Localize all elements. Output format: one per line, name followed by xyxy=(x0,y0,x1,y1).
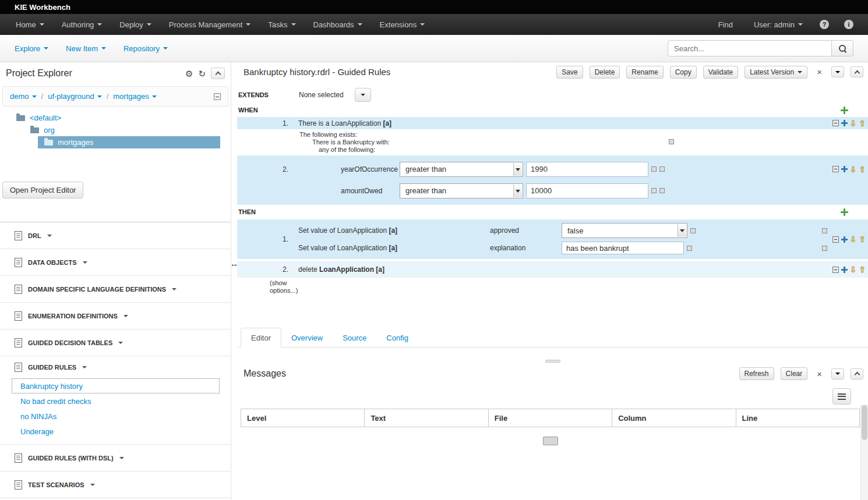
add-field-button[interactable] xyxy=(669,139,674,144)
mini-edit-button[interactable] xyxy=(659,166,665,172)
panel-menu-button[interactable] xyxy=(831,66,844,77)
tree-item-default[interactable]: <default> xyxy=(0,112,231,124)
add-condition-icon[interactable] xyxy=(841,107,848,114)
move-down-icon[interactable]: ⇩ xyxy=(850,119,857,127)
rename-button[interactable]: Rename xyxy=(626,66,663,79)
menu-new-item[interactable]: New Item xyxy=(66,44,106,53)
add-row-icon[interactable] xyxy=(841,267,848,273)
gear-icon[interactable]: ⚙ xyxy=(185,69,193,78)
section-data-objects[interactable]: DATA OBJECTS xyxy=(0,249,231,275)
nav-extensions[interactable]: Extensions xyxy=(371,14,434,35)
add-row-icon[interactable] xyxy=(841,120,848,126)
list-view-button[interactable] xyxy=(832,388,851,405)
move-up-icon[interactable]: ⇧ xyxy=(859,165,866,173)
version-dropdown-button[interactable]: Latest Version xyxy=(744,66,807,79)
tab-overview[interactable]: Overview xyxy=(281,328,333,347)
panel-splitter[interactable]: ↔ xyxy=(231,62,237,500)
refresh-button[interactable]: Refresh xyxy=(739,367,774,380)
section-test-scenarios[interactable]: TEST SCENARIOS xyxy=(0,471,231,498)
value-input-amountowed[interactable] xyxy=(526,183,648,198)
save-button[interactable]: Save xyxy=(556,66,583,79)
clear-button[interactable]: Clear xyxy=(781,367,808,380)
copy-button[interactable]: Copy xyxy=(670,66,697,79)
field-label-amountowed[interactable]: amountOwed xyxy=(298,187,400,195)
move-up-icon[interactable]: ⇧ xyxy=(859,265,866,274)
nav-deploy[interactable]: Deploy xyxy=(111,14,160,35)
search-button[interactable] xyxy=(832,40,853,56)
scrollbar-thumb[interactable] xyxy=(862,405,867,440)
collapse-tree-icon[interactable] xyxy=(214,93,221,100)
messages-scrollbar[interactable] xyxy=(860,405,868,500)
nav-dashboards[interactable]: Dashboards xyxy=(305,14,371,35)
nav-tasks[interactable]: Tasks xyxy=(259,14,304,35)
operator-select-yearofoccurrence[interactable]: greater than xyxy=(400,162,523,177)
operator-select-amountowed[interactable]: greater than xyxy=(400,183,523,198)
breadcrumb-repo[interactable]: demo xyxy=(10,92,37,101)
section-dsl-definitions[interactable]: DOMAIN SPECIFIC LANGUAGE DEFINITIONS xyxy=(0,276,231,302)
help-icon[interactable]: ? xyxy=(820,20,829,29)
mini-edit-button[interactable] xyxy=(690,228,696,233)
mini-edit-button[interactable] xyxy=(687,246,692,251)
add-row-icon[interactable] xyxy=(841,236,848,243)
mini-edit-button[interactable] xyxy=(659,188,665,193)
collapse-panel-button[interactable] xyxy=(211,68,225,79)
nav-home[interactable]: Home xyxy=(7,14,53,35)
menu-repository[interactable]: Repository xyxy=(124,44,168,53)
tab-source[interactable]: Source xyxy=(333,328,376,347)
section-guided-decision-tables[interactable]: GUIDED DECISION TABLES xyxy=(0,329,231,356)
mini-edit-button[interactable] xyxy=(651,166,657,172)
list-item-underage[interactable]: Underage xyxy=(12,424,220,439)
list-item-bankruptcy-history[interactable]: Bankruptcy history xyxy=(12,378,220,393)
nav-process-management[interactable]: Process Management xyxy=(160,14,259,35)
remove-row-icon[interactable] xyxy=(832,267,839,273)
tree-item-org[interactable]: org xyxy=(0,124,231,136)
refresh-icon[interactable]: ↻ xyxy=(198,69,206,78)
move-down-icon[interactable]: ⇩ xyxy=(850,165,857,173)
close-icon[interactable]: × xyxy=(814,370,825,378)
section-guided-rules[interactable]: GUIDED RULES xyxy=(0,356,231,378)
collapse-editor-button[interactable] xyxy=(851,66,863,77)
breadcrumb-branch[interactable]: uf-playground xyxy=(48,92,102,101)
panel-menu-button[interactable] xyxy=(831,368,844,380)
list-item-no-ninjas[interactable]: no NINJAs xyxy=(12,409,220,424)
search-input[interactable] xyxy=(668,40,832,56)
add-row-icon[interactable] xyxy=(841,166,848,172)
move-down-icon[interactable]: ⇩ xyxy=(850,265,857,274)
tree-item-mortgages[interactable]: mortgages xyxy=(38,136,220,148)
close-icon[interactable]: × xyxy=(814,68,825,76)
move-up-icon[interactable]: ⇧ xyxy=(859,235,866,243)
tab-config[interactable]: Config xyxy=(376,328,418,347)
remove-row-icon[interactable] xyxy=(832,120,839,126)
remove-row-icon[interactable] xyxy=(832,166,839,172)
action-delete-loanapplication[interactable]: delete LoanApplication [a] xyxy=(298,265,384,274)
mini-edit-button[interactable] xyxy=(822,228,827,233)
action-text[interactable]: Set value of LoanApplication [a] xyxy=(298,226,490,235)
list-item-no-bad-credit-checks[interactable]: No bad credit checks xyxy=(12,393,220,409)
mini-edit-button[interactable] xyxy=(651,188,657,193)
add-action-icon[interactable] xyxy=(841,208,848,216)
pattern-loanapplication[interactable]: There is a LoanApplication [a] xyxy=(298,119,391,127)
remove-row-icon[interactable] xyxy=(832,236,839,243)
pager-handle-button[interactable] xyxy=(543,437,558,445)
nav-user-menu[interactable]: User: admin xyxy=(744,20,812,29)
section-guided-rules-dsl[interactable]: GUIDED RULES (WITH DSL) xyxy=(0,445,231,471)
action-text[interactable]: Set value of LoanApplication [a] xyxy=(298,244,490,252)
move-up-icon[interactable]: ⇧ xyxy=(859,119,866,127)
info-icon[interactable]: i xyxy=(844,20,853,29)
value-input-yearofoccurrence[interactable] xyxy=(526,162,648,177)
open-project-editor-button[interactable]: Open Project Editor xyxy=(2,182,83,198)
field-label-yearofoccurrence[interactable]: yearOfOccurrence xyxy=(298,165,400,173)
nav-find[interactable]: Find xyxy=(707,20,744,29)
section-drl[interactable]: DRL xyxy=(0,222,231,249)
nav-authoring[interactable]: Authoring xyxy=(53,14,111,35)
horizontal-splitter[interactable] xyxy=(237,359,868,364)
extends-dropdown-button[interactable] xyxy=(355,88,371,102)
value-input-explanation[interactable] xyxy=(562,242,684,254)
menu-explore[interactable]: Explore xyxy=(15,44,48,53)
mini-edit-button[interactable] xyxy=(822,246,827,251)
breadcrumb-project[interactable]: mortgages xyxy=(113,92,156,101)
move-down-icon[interactable]: ⇩ xyxy=(850,235,857,243)
show-options-link[interactable]: (show options...) xyxy=(270,279,307,295)
value-select-approved[interactable]: false xyxy=(562,223,687,238)
collapse-messages-button[interactable] xyxy=(851,368,863,380)
